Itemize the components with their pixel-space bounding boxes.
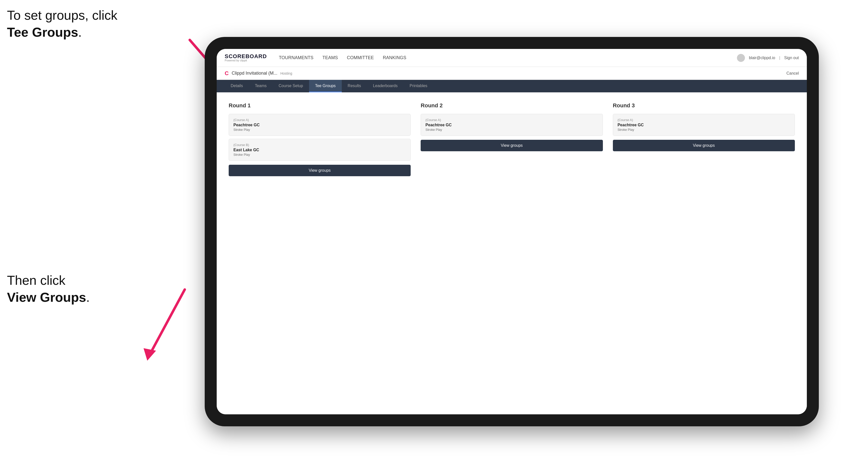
round-3-title: Round 3 [613,102,795,109]
tab-printables[interactable]: Printables [404,80,433,92]
cancel-button[interactable]: Cancel [786,71,799,75]
instruction-bottom: Then click View Groups. [7,272,90,306]
instruction-bottom-line1: Then click [7,273,65,287]
round-3-view-groups-button[interactable]: View groups [613,140,795,151]
tab-leaderboards[interactable]: Leaderboards [367,80,404,92]
round-1-course-a-label: (Course A) [234,118,406,122]
nav-bar: SCOREBOARD Powered by clippit TOURNAMENT… [217,49,807,67]
round-3-course-a-card: (Course A) Peachtree GC Stroke Play [613,114,795,136]
user-email: blair@clippd.io [749,56,775,60]
round-1-course-b-name: East Lake GC [234,148,406,152]
instruction-top-line1: To set groups, click [7,8,117,23]
instruction-tee-groups-bold: Tee Groups [7,25,78,39]
nav-links: TOURNAMENTS TEAMS COMMITTEE RANKINGS [279,53,406,62]
user-avatar [737,54,745,62]
tab-details[interactable]: Details [225,80,249,92]
round-3-course-a-name: Peachtree GC [618,123,790,127]
round-3-course-a-format: Stroke Play [618,128,790,131]
tournament-c-logo: C [225,70,229,76]
instruction-top: To set groups, click Tee Groups. [7,7,117,41]
instruction-view-groups-bold: View Groups [7,290,86,305]
nav-tournaments[interactable]: TOURNAMENTS [279,53,314,62]
svg-marker-3 [144,348,156,361]
nav-rankings[interactable]: RANKINGS [383,53,406,62]
round-1-column: Round 1 (Course A) Peachtree GC Stroke P… [229,102,411,176]
tournament-title: C Clippd Invitational (M... Hosting [225,70,292,76]
hosting-badge: Hosting [280,71,292,75]
sub-header: C Clippd Invitational (M... Hosting Canc… [217,67,807,80]
nav-left: SCOREBOARD Powered by clippit TOURNAMENT… [225,53,406,62]
tablet-device: SCOREBOARD Powered by clippit TOURNAMENT… [205,37,819,426]
round-2-course-a-name: Peachtree GC [425,123,598,127]
round-1-title: Round 1 [229,102,411,109]
instruction-bottom-period: . [86,290,90,305]
tab-bar: Details Teams Course Setup Tee Groups Re… [217,80,807,92]
logo-scoreboard: SCOREBOARD [225,53,267,59]
tablet-screen: SCOREBOARD Powered by clippit TOURNAMENT… [217,49,807,414]
tab-tee-groups[interactable]: Tee Groups [309,80,342,92]
rounds-container: Round 1 (Course A) Peachtree GC Stroke P… [229,102,795,176]
arrow-to-view-groups [120,275,215,369]
logo-text: SCOREBOARD [225,54,267,59]
instruction-top-period: . [78,25,82,39]
round-2-view-groups-button[interactable]: View groups [421,140,602,151]
round-3-course-a-label: (Course A) [618,118,790,122]
round-1-course-a-card: (Course A) Peachtree GC Stroke Play [229,114,411,136]
round-3-column: Round 3 (Course A) Peachtree GC Stroke P… [613,102,795,176]
round-2-column: Round 2 (Course A) Peachtree GC Stroke P… [421,102,602,176]
round-1-course-b-card: (Course B) East Lake GC Stroke Play [229,139,411,161]
round-2-course-a-label: (Course A) [425,118,598,122]
round-1-course-a-name: Peachtree GC [234,123,406,127]
sign-out-link[interactable]: Sign out [784,56,799,60]
nav-committee[interactable]: COMMITTEE [347,53,374,62]
tournament-name: Clippd Invitational (M... [232,71,277,76]
main-content: Round 1 (Course A) Peachtree GC Stroke P… [217,92,807,414]
logo: SCOREBOARD Powered by clippit [225,54,267,62]
logo-subtitle: Powered by clippit [225,59,267,62]
svg-line-2 [150,289,185,354]
round-2-course-a-format: Stroke Play [425,128,598,131]
round-1-view-groups-button[interactable]: View groups [229,165,411,176]
tab-results[interactable]: Results [342,80,367,92]
round-2-course-a-card: (Course A) Peachtree GC Stroke Play [421,114,602,136]
nav-teams[interactable]: TEAMS [322,53,338,62]
round-2-title: Round 2 [421,102,602,109]
tab-course-setup[interactable]: Course Setup [273,80,309,92]
round-1-course-b-format: Stroke Play [234,153,406,156]
round-1-course-a-format: Stroke Play [234,128,406,131]
tab-teams[interactable]: Teams [249,80,273,92]
round-1-course-b-label: (Course B) [234,143,406,147]
nav-right: blair@clippd.io | Sign out [737,54,799,62]
